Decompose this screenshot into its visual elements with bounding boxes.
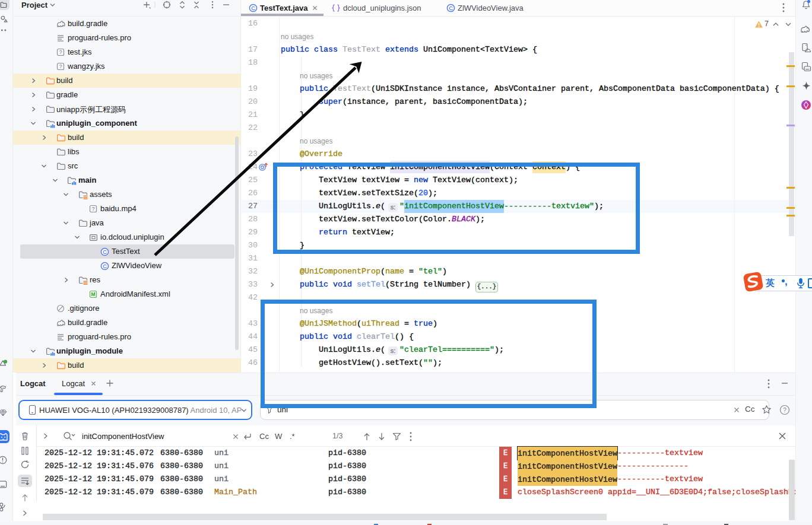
svg-text:?: ? bbox=[59, 49, 62, 55]
svg-text:?: ? bbox=[783, 407, 786, 413]
svg-text:?: ? bbox=[92, 206, 95, 212]
svg-text:?: ? bbox=[59, 63, 62, 69]
svg-text:C: C bbox=[251, 5, 255, 11]
svg-text:C: C bbox=[449, 5, 453, 11]
svg-text:M: M bbox=[91, 291, 95, 297]
svg-text:C: C bbox=[103, 263, 107, 269]
svg-text:C: C bbox=[103, 249, 107, 255]
